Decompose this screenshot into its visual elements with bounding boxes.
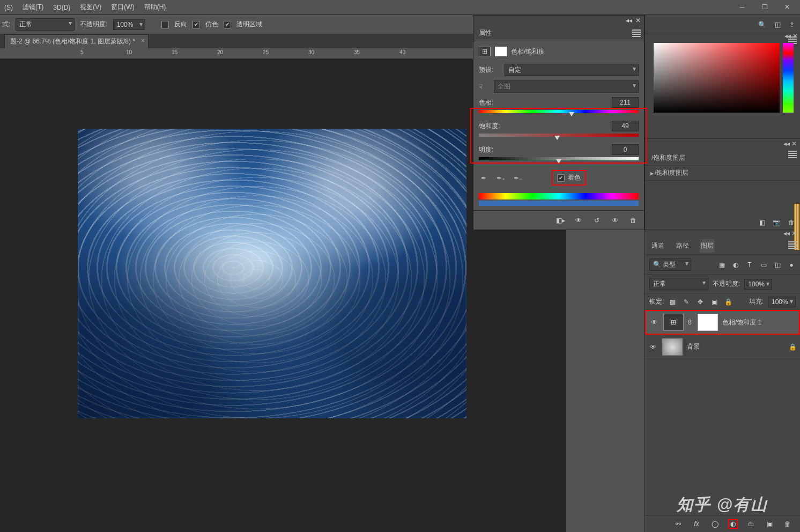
eyedropper-minus-icon[interactable]: ✒₋ <box>513 173 523 183</box>
menu-item[interactable]: (S) <box>4 4 13 11</box>
hue-slider-row: 色相: <box>473 95 644 115</box>
mask-icon[interactable]: ◯ <box>710 519 720 529</box>
properties-footer: ◧▸ 👁 ↺ 👁 🗑 <box>473 210 644 230</box>
tab-paths[interactable]: 路径 <box>675 239 690 253</box>
blend-mode-dropdown[interactable]: 正常 <box>16 18 75 31</box>
lock-brush-icon[interactable]: ✎ <box>682 298 691 306</box>
hue-input[interactable] <box>612 97 639 108</box>
adjustments-menu-icon[interactable] <box>788 151 797 158</box>
preset-dropdown[interactable]: 自定 <box>505 64 639 76</box>
share-icon[interactable]: ⇪ <box>789 21 795 28</box>
close-icon[interactable]: ✕ <box>779 1 796 13</box>
hue-spectrum-top <box>479 193 639 200</box>
lock-fill-row: 锁定: ▩ ✎ ✥ ▣ 🔒 填充: 100% <box>645 294 800 310</box>
hue-slider[interactable] <box>479 110 639 115</box>
adjustments-collapse[interactable]: ◂◂ ✕ <box>783 140 797 147</box>
layer-name[interactable]: 背景 <box>687 342 700 351</box>
menu-item-window[interactable]: 窗口(W) <box>111 3 134 12</box>
camera-icon[interactable]: 📷 <box>773 219 781 226</box>
dither-label: 仿色 <box>205 20 218 29</box>
filter-adjust-icon[interactable]: ◐ <box>731 261 740 269</box>
properties-menu-icon[interactable] <box>632 29 641 37</box>
ruler-tick: 30 <box>308 49 314 55</box>
ruler-tick: 10 <box>126 49 132 55</box>
delete-layer-icon[interactable]: 🗑 <box>783 519 792 529</box>
filter-shape-icon[interactable]: ▭ <box>759 261 768 269</box>
tab-layers[interactable]: 图层 <box>700 239 715 253</box>
search-icon[interactable]: 🔍 <box>758 21 766 28</box>
filter-toggle-icon[interactable]: ● <box>787 261 796 269</box>
layer-row-huesat[interactable]: 👁 ⊞ 8 色相/饱和度 1 <box>645 310 800 335</box>
color-field[interactable] <box>654 43 780 113</box>
fill-dropdown[interactable]: 100% <box>768 297 796 307</box>
clip-to-layer-icon[interactable]: ◧▸ <box>555 216 566 225</box>
visibility-icon[interactable]: 👁 <box>648 343 658 351</box>
group-icon[interactable]: 🗀 <box>746 519 756 529</box>
lock-position-icon[interactable]: ✥ <box>696 298 705 306</box>
maximize-icon[interactable]: ❐ <box>756 1 773 13</box>
link-layers-icon[interactable]: ⚯ <box>673 519 683 529</box>
tab-channels[interactable]: 通道 <box>650 239 665 253</box>
eyedropper-plus-icon[interactable]: ✒₊ <box>496 173 506 183</box>
lightness-slider-row: 明度: <box>473 142 644 162</box>
layer-opacity-dropdown[interactable]: 100% <box>744 279 772 290</box>
lightness-input[interactable] <box>612 144 639 155</box>
menu-item-view[interactable]: 视图(V) <box>80 3 101 12</box>
adjustments-panel: ◂◂ ✕ /饱和度图层 ▸ /饱和度图层 ◧ 📷 🗑 <box>645 139 800 230</box>
view-previous-icon[interactable]: 👁 <box>573 216 584 225</box>
document-tab[interactable]: 题-2 @ 66.7% (色相/饱和度 1, 图层蒙版/8) * × <box>4 34 149 48</box>
canvas-image[interactable] <box>78 129 466 418</box>
adjustment-row[interactable]: ▸ /饱和度图层 <box>645 166 800 181</box>
layer-blend-dropdown[interactable]: 正常 <box>649 278 708 290</box>
new-layer-icon[interactable]: ▣ <box>765 519 774 529</box>
clip-icon[interactable]: ◧ <box>759 219 765 226</box>
transparency-checkbox[interactable] <box>224 21 231 28</box>
minimize-icon[interactable]: ─ <box>734 1 751 13</box>
reverse-checkbox[interactable] <box>161 21 169 28</box>
menu-item-help[interactable]: 帮助(H) <box>144 3 166 12</box>
new-adjustment-icon[interactable]: ◐ <box>728 519 738 529</box>
lock-artboard-icon[interactable]: ▣ <box>710 298 718 306</box>
filter-pixel-icon[interactable]: ▦ <box>717 261 726 269</box>
saturation-input[interactable] <box>612 121 639 131</box>
ruler-tick: 40 <box>399 49 405 55</box>
finger-tool-icon[interactable]: ☟ <box>479 83 490 91</box>
lock-pixels-icon[interactable]: ▩ <box>668 298 677 306</box>
toggle-visibility-icon[interactable]: 👁 <box>610 216 620 225</box>
dither-checkbox[interactable] <box>192 21 200 28</box>
filter-kind-dropdown[interactable]: 🔍 类型 <box>649 258 691 271</box>
color-range-dropdown[interactable]: 全图 <box>494 80 639 93</box>
reset-icon[interactable]: ↺ <box>591 216 602 225</box>
colorize-label: 着色 <box>568 173 581 182</box>
lightness-slider[interactable] <box>479 157 639 162</box>
layer-name[interactable]: 色相/饱和度 1 <box>722 318 761 327</box>
properties-collapse-icon[interactable]: ◂◂ <box>626 17 632 24</box>
layers-collapse[interactable]: ◂◂ ✕ <box>645 230 800 237</box>
visibility-icon[interactable]: 👁 <box>649 319 659 326</box>
layers-menu-icon[interactable] <box>788 241 797 249</box>
lock-all-icon[interactable]: 🔒 <box>724 298 732 306</box>
trash-icon[interactable]: 🗑 <box>788 219 795 226</box>
fx-icon[interactable]: fx <box>692 519 701 529</box>
layer-row-background[interactable]: 👁 背景 🔒 <box>645 335 800 359</box>
properties-close-icon[interactable]: ✕ <box>635 17 641 24</box>
saturation-slider[interactable] <box>479 134 639 139</box>
eyedropper-icon[interactable]: ✒ <box>479 173 488 183</box>
filter-type-icon[interactable]: T <box>745 261 754 269</box>
transparency-label: 透明区域 <box>236 20 262 29</box>
mask-type-icon[interactable] <box>495 47 507 56</box>
menu-item-3d[interactable]: 3D(D) <box>53 4 70 11</box>
filter-smart-icon[interactable]: ◫ <box>773 261 782 269</box>
opacity-dropdown[interactable]: 100% <box>113 19 145 30</box>
delete-adjustment-icon[interactable]: 🗑 <box>628 216 639 225</box>
tab-close-icon[interactable]: × <box>141 37 145 45</box>
adjustment-row[interactable]: /饱和度图层 <box>645 151 800 166</box>
layer-mask-thumb[interactable] <box>698 314 718 331</box>
menu-item-filter[interactable]: 滤镜(T) <box>23 3 43 12</box>
link-icon[interactable]: 8 <box>688 319 693 326</box>
properties-panel: ◂◂✕ 属性 ⊞ 色相/饱和度 预设: 自定 ☟ 全图 色相: 饱和度: <box>473 15 645 230</box>
adjustment-label: /饱和度图层 <box>651 153 685 162</box>
colorize-checkbox[interactable] <box>557 174 565 182</box>
hue-strip[interactable] <box>783 43 794 113</box>
arrange-icon[interactable]: ◫ <box>775 21 781 28</box>
